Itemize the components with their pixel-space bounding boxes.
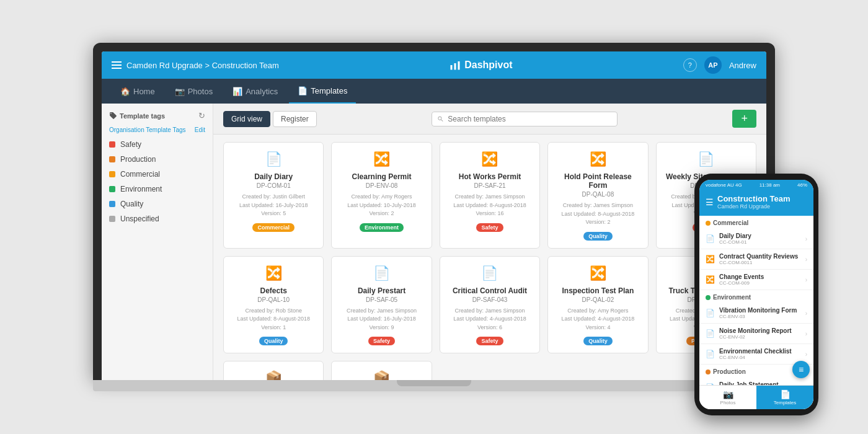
card-title: Clearning Permit: [352, 172, 412, 181]
card-code: DP-QAL-10: [257, 296, 290, 303]
template-grid: 📄 Daily Diary DP-COM-01 Created by: Just…: [213, 135, 766, 380]
card-meta: Created by: Amy RogersLast Updated: 4-Au…: [562, 307, 635, 332]
register-view-button[interactable]: Register: [273, 111, 317, 127]
template-card[interactable]: 📄 Daily Prestart DP-SAF-05 Created by: J…: [331, 256, 432, 354]
template-card[interactable]: 🔀 Hold Point Release Form DP-QAL-08 Crea…: [547, 142, 648, 249]
nav-templates[interactable]: 📄 Templates: [289, 79, 356, 104]
phone-item-title: Contract Quantity Reviews: [719, 253, 805, 260]
card-icon: 📦: [373, 370, 390, 380]
card-icon: 🔀: [590, 265, 606, 281]
search-input[interactable]: [448, 115, 612, 123]
main-content: Template tags ↻ Organisation Template Ta…: [102, 104, 766, 380]
edit-tags-link[interactable]: Edit: [195, 126, 205, 133]
hamburger-menu[interactable]: [112, 61, 122, 69]
phone-subtitle: Camden Rd Upgrade: [717, 203, 790, 210]
help-icon[interactable]: ?: [683, 58, 697, 72]
phone-item-icon: 📄: [706, 234, 719, 243]
refresh-icon[interactable]: ↻: [198, 111, 205, 120]
tag-label: Unspecified: [120, 215, 159, 223]
phone-menu-icon[interactable]: ☰: [706, 197, 714, 207]
card-icon: 🔀: [265, 265, 282, 281]
card-code: DP-SAF-21: [474, 182, 505, 189]
search-box[interactable]: [432, 112, 618, 126]
svg-rect-2: [458, 61, 460, 70]
app-name: Dashpivot: [464, 60, 512, 71]
sidebar-tag-item[interactable]: Production: [102, 152, 213, 167]
phone-list-item[interactable]: 🔀 Change Events CC-COM-009 ›: [699, 270, 813, 290]
nav-home[interactable]: 🏠 Home: [112, 79, 164, 104]
phone-section-header: Commercial: [699, 216, 813, 229]
avatar[interactable]: AP: [704, 56, 722, 74]
tag-dot: [109, 186, 115, 192]
tag-dot: [109, 141, 115, 148]
phone-list-item[interactable]: 📄 Daily Job Statement UGP-COM-0001 ›: [699, 378, 813, 385]
card-code: DP-COM-01: [257, 182, 291, 189]
chevron-right-icon: ›: [805, 310, 807, 317]
phone-item-text: Environmental Checklist CC-ENV-04: [719, 348, 805, 360]
sidebar-tag-item[interactable]: Quality: [102, 197, 213, 211]
grid-view-button[interactable]: Grid view: [223, 111, 270, 127]
phone-tab-templates-label: Templates: [774, 400, 796, 405]
template-card[interactable]: 🔀 Defects DP-QAL-10 Created by: Rob Ston…: [223, 256, 324, 354]
card-icon: 📄: [265, 151, 282, 167]
section-label: Production: [713, 368, 746, 375]
content-toolbar: Grid view Register +: [213, 104, 766, 135]
sidebar-tag-item[interactable]: Safety: [102, 137, 213, 152]
tag-icon: [109, 112, 117, 120]
phone-fab-button[interactable]: ≡: [792, 361, 810, 378]
phone-tab-photos-label: Photos: [720, 400, 736, 405]
phone-tab-photos[interactable]: 📷 Photos: [699, 386, 756, 409]
sidebar-tag-item[interactable]: Environment: [102, 182, 213, 197]
app-logo: Dashpivot: [450, 60, 512, 71]
sidebar-title: Template tags: [120, 112, 165, 120]
card-badge: Commercial: [252, 223, 294, 232]
sidebar-tag-item[interactable]: Unspecified: [102, 211, 213, 226]
tag-dot: [109, 171, 115, 177]
phone-item-code: CC-ENV-04: [719, 355, 805, 360]
phone: vodafone AU 4G 11:38 am 46% ☰ Constructi…: [694, 174, 818, 415]
template-card[interactable]: 📄 Critical Control Audit DP-SAF-043 Crea…: [440, 256, 540, 354]
phone-list-item[interactable]: 📄 Vibration Monitoring Form CC-ENV-03 ›: [699, 303, 813, 324]
photos-icon: 📷: [175, 87, 185, 96]
phone-list-item[interactable]: 📄 Daily Diary CC-COM-01 ›: [699, 229, 813, 249]
template-card[interactable]: 📄 Daily Diary DP-COM-01 Created by: Just…: [223, 142, 324, 249]
phone-bottom-bar: 📷 Photos 📄 Templates: [699, 385, 813, 409]
phone-item-icon: 🔀: [706, 255, 719, 264]
tag-label: Environment: [120, 185, 162, 193]
phone-title: Construction Team: [717, 194, 790, 203]
phone-item-text: Contract Quantity Reviews CC-COM-0011: [719, 253, 805, 265]
phone-tab-templates[interactable]: 📄 Templates: [756, 386, 813, 409]
template-card[interactable]: 📦 Sustainability Checklist DP-ENV-23 Cre…: [223, 361, 324, 380]
templates-icon: 📄: [298, 86, 308, 95]
app-topbar: Camden Rd Upgrade > Construction Team Da…: [102, 51, 766, 79]
card-meta: Created by: James SimpsonLast Updated: 8…: [453, 193, 526, 218]
template-card[interactable]: 🔀 Clearning Permit DP-ENV-08 Created by:…: [331, 142, 432, 249]
phone-list-item[interactable]: 📄 Noise Monitoring Report CC-ENV-02 ›: [699, 324, 813, 344]
template-card[interactable]: 🔀 Inspection Test Plan DP-QAL-02 Created…: [547, 256, 648, 354]
nav-photos[interactable]: 📷 Photos: [166, 79, 221, 104]
card-title: Hold Point Release Form: [554, 172, 641, 190]
nav-analytics[interactable]: 📊 Analytics: [224, 79, 286, 104]
laptop-base: [93, 380, 775, 391]
phone-list-item[interactable]: 🔀 Contract Quantity Reviews CC-COM-0011 …: [699, 249, 813, 270]
template-card[interactable]: 📦 Lots DP-QAL-03 Created by: Rob StoneLa…: [331, 361, 432, 380]
sidebar-tags-list: SafetyProductionCommercialEnvironmentQua…: [102, 137, 213, 226]
phone-item-text: Daily Diary CC-COM-01: [719, 232, 805, 245]
phone-carrier: vodafone AU 4G: [706, 182, 742, 188]
chevron-right-icon: ›: [805, 351, 807, 358]
tag-dot: [109, 156, 115, 162]
template-card[interactable]: 🔀 Hot Works Permit DP-SAF-21 Created by:…: [440, 142, 540, 249]
phone-item-code: CC-ENV-02: [719, 334, 805, 340]
card-title: Daily Diary: [254, 172, 293, 181]
phone-item-title: Daily Diary: [719, 232, 805, 239]
home-icon: 🏠: [120, 87, 130, 96]
section-dot: [706, 295, 711, 300]
phone-item-code: CC-ENV-03: [719, 314, 805, 319]
card-icon: 🔀: [373, 151, 390, 167]
phone-item-title: Change Events: [719, 273, 805, 280]
sidebar-tag-item[interactable]: Commercial: [102, 167, 213, 182]
phone-photos-icon: 📷: [723, 389, 733, 399]
card-icon: 📦: [265, 370, 282, 380]
add-template-button[interactable]: +: [732, 110, 756, 128]
chevron-right-icon: ›: [805, 330, 807, 337]
